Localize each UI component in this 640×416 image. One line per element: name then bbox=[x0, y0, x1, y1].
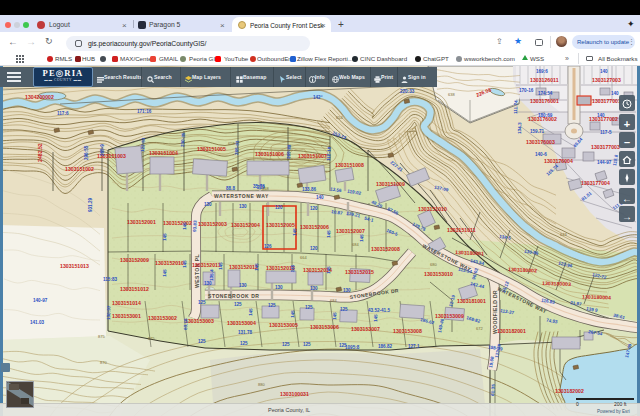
svg-text:870: 870 bbox=[100, 360, 107, 365]
svg-text:159.71: 159.71 bbox=[530, 129, 544, 134]
svg-text:140: 140 bbox=[600, 69, 608, 74]
svg-text:130: 130 bbox=[310, 286, 318, 291]
svg-text:658: 658 bbox=[228, 141, 235, 146]
svg-text:1303152009: 1303152009 bbox=[120, 257, 149, 263]
svg-text:141.03: 141.03 bbox=[30, 320, 44, 325]
svg-text:1303151007: 1303151007 bbox=[298, 153, 327, 159]
svg-text:265-91: 265-91 bbox=[234, 140, 240, 155]
svg-text:127.1: 127.1 bbox=[408, 344, 420, 349]
svg-text:1303153007: 1303153007 bbox=[351, 326, 380, 332]
svg-text:135.4: 135.4 bbox=[209, 269, 214, 281]
svg-text:220:33: 220:33 bbox=[400, 89, 415, 94]
svg-text:145: 145 bbox=[332, 312, 338, 320]
svg-text:1303151004: 1303151004 bbox=[149, 150, 178, 156]
svg-text:STONEBROOK DR: STONEBROOK DR bbox=[208, 293, 260, 299]
svg-text:125: 125 bbox=[303, 342, 311, 347]
svg-text:1303153003: 1303153003 bbox=[185, 318, 214, 324]
svg-text:63.16: 63.16 bbox=[183, 318, 188, 330]
svg-text:668: 668 bbox=[262, 186, 269, 191]
svg-text:120: 120 bbox=[310, 246, 318, 251]
svg-text:145: 145 bbox=[182, 222, 188, 230]
svg-text:145: 145 bbox=[290, 310, 296, 318]
svg-text:130: 130 bbox=[343, 288, 351, 293]
svg-text:131.78: 131.78 bbox=[238, 330, 252, 335]
svg-text:120: 120 bbox=[310, 206, 318, 211]
svg-text:1303176001: 1303176001 bbox=[530, 98, 559, 104]
svg-text:1303127003: 1303127003 bbox=[592, 77, 621, 83]
svg-text:145: 145 bbox=[162, 233, 168, 241]
svg-text:1303151014: 1303151014 bbox=[112, 300, 141, 306]
svg-text:130:97: 130:97 bbox=[106, 305, 112, 320]
svg-text:1304200002: 1304200002 bbox=[25, 94, 54, 100]
svg-text:684: 684 bbox=[330, 298, 337, 303]
svg-text:1303100031: 1303100031 bbox=[280, 391, 309, 397]
svg-text:145: 145 bbox=[254, 263, 260, 271]
svg-text:WATERSTONE WAY: WATERSTONE WAY bbox=[214, 193, 269, 199]
svg-text:1303151008: 1303151008 bbox=[335, 162, 364, 168]
svg-text:1303153001: 1303153001 bbox=[112, 313, 141, 319]
svg-text:130: 130 bbox=[275, 285, 283, 290]
svg-text:61:35: 61:35 bbox=[490, 384, 496, 397]
svg-text:145: 145 bbox=[326, 266, 332, 274]
svg-text:1303152007: 1303152007 bbox=[336, 228, 365, 234]
svg-text:174:54: 174:54 bbox=[538, 91, 553, 96]
svg-text:145: 145 bbox=[326, 230, 332, 238]
svg-text:1303182002: 1303182002 bbox=[555, 388, 584, 394]
svg-text:125: 125 bbox=[198, 339, 206, 344]
svg-text:140: 140 bbox=[611, 91, 619, 96]
svg-text:145: 145 bbox=[162, 269, 168, 277]
svg-text:125: 125 bbox=[234, 302, 242, 307]
svg-text:684: 684 bbox=[352, 242, 359, 247]
svg-text:1303153004: 1303153004 bbox=[227, 320, 256, 326]
svg-text:169:6: 169:6 bbox=[536, 69, 548, 74]
svg-text:1303152001: 1303152001 bbox=[127, 219, 156, 225]
svg-text:1303180004: 1303180004 bbox=[582, 294, 611, 301]
svg-text:125: 125 bbox=[282, 342, 290, 347]
svg-text:115:83: 115:83 bbox=[103, 277, 117, 282]
svg-text:130: 130 bbox=[204, 202, 212, 207]
svg-text:145: 145 bbox=[182, 260, 188, 268]
svg-text:1303152011: 1303152011 bbox=[192, 262, 221, 268]
svg-text:1303152015: 1303152015 bbox=[345, 269, 374, 275]
svg-text:1303177003: 1303177003 bbox=[591, 144, 620, 150]
svg-text:1303176003: 1303176003 bbox=[526, 139, 555, 145]
svg-text:144-97: 144-97 bbox=[597, 160, 612, 165]
svg-text:643: 643 bbox=[560, 232, 567, 237]
svg-text:125: 125 bbox=[305, 305, 313, 310]
svg-text:296:55: 296:55 bbox=[84, 145, 89, 160]
svg-text:1303153005: 1303153005 bbox=[269, 322, 298, 328]
svg-text:1303153006: 1303153006 bbox=[310, 324, 339, 330]
svg-text:680: 680 bbox=[430, 262, 437, 267]
svg-text:145: 145 bbox=[292, 228, 298, 236]
svg-text:125: 125 bbox=[340, 307, 348, 312]
svg-text:1303153002: 1303153002 bbox=[148, 315, 177, 321]
svg-text:1303151002: 1303151002 bbox=[65, 166, 94, 172]
svg-text:145: 145 bbox=[218, 262, 224, 270]
svg-text:117-5: 117-5 bbox=[600, 130, 612, 135]
svg-text:126: 126 bbox=[264, 244, 272, 249]
svg-text:1303151010: 1303151010 bbox=[418, 206, 447, 212]
svg-text:1303152010: 1303152010 bbox=[155, 260, 184, 266]
svg-text:1303126011: 1303126011 bbox=[530, 77, 559, 83]
svg-text:269-88: 269-88 bbox=[286, 144, 292, 159]
svg-text:654: 654 bbox=[336, 115, 343, 120]
svg-text:125: 125 bbox=[240, 341, 248, 346]
svg-text:1303151012: 1303151012 bbox=[120, 286, 149, 292]
svg-text:140-6: 140-6 bbox=[535, 152, 547, 157]
svg-text:875: 875 bbox=[148, 336, 155, 341]
svg-text:111.74: 111.74 bbox=[513, 100, 518, 114]
svg-text:88.8: 88.8 bbox=[226, 186, 235, 191]
svg-text:142°: 142° bbox=[313, 95, 323, 100]
svg-text:875: 875 bbox=[98, 334, 105, 339]
svg-text:1303153008: 1303153008 bbox=[393, 328, 422, 334]
svg-text:1303152003: 1303152003 bbox=[198, 221, 227, 227]
svg-text:1303151013: 1303151013 bbox=[60, 263, 89, 269]
svg-text:145: 145 bbox=[373, 314, 379, 322]
svg-text:117:6: 117:6 bbox=[57, 111, 69, 116]
svg-text:171:16: 171:16 bbox=[137, 109, 152, 114]
svg-text:122-51: 122-51 bbox=[140, 137, 146, 152]
svg-text:170-16: 170-16 bbox=[519, 88, 534, 93]
svg-text:186.82: 186.82 bbox=[378, 344, 392, 349]
svg-text:180:69: 180:69 bbox=[538, 113, 553, 118]
svg-text:880: 880 bbox=[258, 382, 265, 387]
